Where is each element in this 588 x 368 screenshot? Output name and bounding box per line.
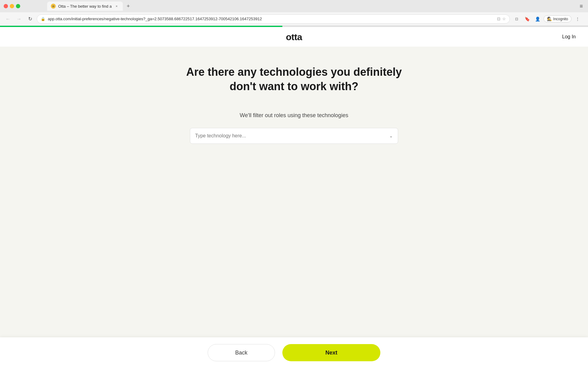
close-window-button[interactable]	[4, 4, 8, 8]
back-button[interactable]: Back	[208, 344, 275, 361]
bottom-navigation: Back Next	[0, 337, 588, 368]
login-link[interactable]: Log In	[562, 34, 576, 40]
window-menu-button[interactable]: ≡	[578, 3, 584, 9]
dropdown-chevron-icon[interactable]: ⌄	[389, 133, 393, 138]
tab-favicon: O	[51, 4, 56, 9]
technology-input[interactable]	[195, 133, 387, 139]
page-subtitle: We'll filter out roles using these techn…	[240, 112, 348, 119]
incognito-label: Incognito	[553, 17, 568, 21]
incognito-badge: 🕵 Incognito	[544, 15, 571, 22]
maximize-window-button[interactable]	[16, 4, 20, 8]
browser-chrome: O Otta – The better way to find a × + ≡ …	[0, 0, 588, 26]
logo-text: otta	[286, 32, 302, 42]
tab-title: Otta – The better way to find a	[58, 4, 112, 9]
tab-bar: O Otta – The better way to find a × +	[23, 1, 157, 12]
address-bar-row: ← → ↻ 🔒 app.otta.com/initial-preferences…	[0, 12, 588, 26]
url-text: app.otta.com/initial-preferences/negativ…	[48, 17, 495, 21]
browser-tab[interactable]: O Otta – The better way to find a ×	[47, 2, 123, 11]
bookmark-manager-button[interactable]: 🔖	[523, 15, 531, 23]
traffic-lights	[4, 4, 20, 8]
app-logo: otta	[286, 31, 302, 43]
forward-navigation-button[interactable]: →	[15, 15, 23, 23]
tab-close-button[interactable]: ×	[114, 4, 119, 9]
technology-input-container: ⌄	[190, 128, 398, 144]
address-bar-icons: ⊡ ☆	[497, 17, 506, 21]
next-button[interactable]: Next	[282, 344, 380, 361]
titlebar: O Otta – The better way to find a × + ≡	[0, 0, 588, 12]
new-tab-button[interactable]: +	[124, 2, 133, 10]
minimize-window-button[interactable]	[10, 4, 14, 8]
bookmark-icon[interactable]: ☆	[502, 17, 506, 21]
back-navigation-button[interactable]: ←	[4, 15, 12, 23]
address-bar[interactable]: 🔒 app.otta.com/initial-preferences/negat…	[37, 14, 510, 24]
cast-toolbar-button[interactable]: ⊡	[512, 15, 521, 23]
main-content: Are there any technologies you definitel…	[0, 47, 588, 359]
app-header: otta Log In	[0, 27, 588, 47]
cast-icon: ⊡	[497, 17, 500, 21]
page-title: Are there any technologies you definitel…	[172, 65, 417, 94]
profile-button[interactable]: 👤	[533, 15, 542, 23]
reload-button[interactable]: ↻	[26, 15, 34, 23]
more-menu-button[interactable]: ⋮	[573, 15, 582, 23]
technology-input-wrapper[interactable]: ⌄	[190, 128, 398, 144]
browser-toolbar-right: ⊡ 🔖 👤 🕵 Incognito ⋮	[512, 15, 584, 23]
lock-icon: 🔒	[41, 17, 45, 21]
incognito-icon: 🕵	[547, 17, 552, 21]
